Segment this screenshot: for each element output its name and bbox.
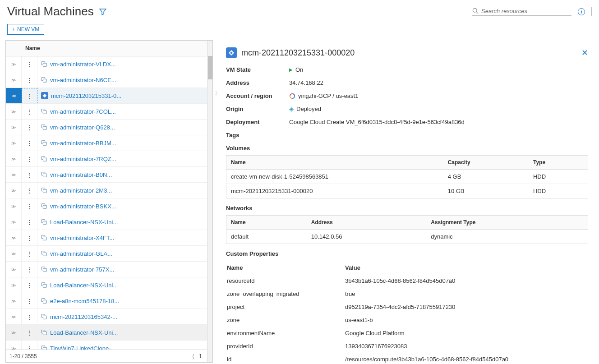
expand-toggle[interactable]: ≫: [6, 198, 22, 214]
row-menu-button[interactable]: [22, 88, 37, 103]
scrollbar-track[interactable]: [207, 41, 212, 362]
expand-toggle[interactable]: ≫: [6, 341, 22, 350]
row-name-link[interactable]: vm-administrator-GLA...: [37, 250, 212, 257]
new-vm-button[interactable]: + NEW VM: [7, 24, 44, 35]
row-menu-button[interactable]: [22, 104, 37, 119]
table-row[interactable]: ≫vm-administrator-BBJM...: [6, 135, 212, 151]
expand-toggle[interactable]: ≫: [6, 293, 22, 309]
expand-toggle[interactable]: ≫: [6, 183, 22, 198]
row-name-link[interactable]: e2e-a8n-mcm545178-18...: [37, 298, 212, 304]
row-menu-button[interactable]: [22, 309, 37, 324]
table-row[interactable]: ≫vm-administrator-2M3...: [6, 183, 212, 198]
table-row[interactable]: ≫vm-administrator-B0N...: [6, 167, 212, 183]
expand-toggle[interactable]: ≪: [6, 88, 22, 103]
scrollbar-thumb[interactable]: [208, 56, 212, 79]
info-icon[interactable]: i: [578, 8, 585, 15]
table-row[interactable]: ≫vm-administrator-7RQZ...: [6, 151, 212, 167]
expand-toggle[interactable]: ≫: [6, 262, 22, 277]
expand-toggle[interactable]: ≫: [6, 56, 22, 72]
column-header-name[interactable]: Name: [22, 45, 40, 51]
expand-toggle[interactable]: ≫: [6, 135, 22, 151]
row-name-link[interactable]: mcm-20211203215331-0...: [37, 92, 212, 99]
table-row[interactable]: ≫vm-administrator-BSKX...: [6, 198, 212, 214]
row-name-link[interactable]: vm-administrator-7RQZ...: [37, 156, 212, 162]
table-row[interactable]: ≫vm-administrator-7COL...: [6, 104, 212, 120]
expand-toggle[interactable]: ≫: [6, 230, 22, 245]
collapse-handle-icon[interactable]: ◁: [215, 90, 217, 96]
table-row[interactable]: ≫vm-administrator-VLDX...: [6, 56, 212, 72]
row-menu-button[interactable]: [22, 198, 37, 214]
row-name-link[interactable]: Load-Balancer-NSX-Uni...: [37, 282, 212, 289]
prop-value: us-east1-b: [345, 314, 587, 326]
net-col-assignment[interactable]: Assignment Type: [426, 216, 588, 230]
expand-toggle[interactable]: ≫: [6, 325, 22, 340]
expand-toggle[interactable]: ≫: [6, 214, 22, 230]
row-menu-button[interactable]: [22, 56, 37, 72]
expand-toggle[interactable]: ≫: [6, 167, 22, 182]
net-col-address[interactable]: Address: [307, 216, 427, 230]
vol-col-capacity[interactable]: Capacity: [443, 156, 529, 170]
expand-toggle[interactable]: ≫: [6, 246, 22, 261]
row-name-link[interactable]: mcm-20211203165342-...: [37, 313, 212, 320]
expand-toggle[interactable]: ≫: [6, 120, 22, 135]
row-name-link[interactable]: vm-administrator-2M3...: [37, 187, 212, 194]
row-menu-button[interactable]: [22, 183, 37, 198]
expand-toggle[interactable]: ≫: [6, 151, 22, 166]
vol-col-type[interactable]: Type: [529, 156, 588, 170]
row-name-link[interactable]: TinyWin7-LinkedClone-...: [37, 345, 212, 350]
row-name-link[interactable]: vm-administrator-757X...: [37, 266, 212, 273]
row-menu-button[interactable]: [22, 135, 37, 151]
expand-toggle[interactable]: ≫: [6, 309, 22, 324]
table-row[interactable]: ≫Load-Balancer-NSX-Uni...: [6, 325, 212, 341]
row-menu-button[interactable]: [22, 151, 37, 166]
row-menu-button[interactable]: [22, 341, 37, 350]
row-menu-button[interactable]: [22, 167, 37, 182]
table-row[interactable]: ≫vm-administrator-X4FT...: [6, 230, 212, 246]
search-input-wrap[interactable]: [472, 8, 571, 16]
custom-props-table: Name Value resourceId3b43b1a6-105c-4d68-…: [226, 261, 588, 363]
table-row[interactable]: ≪mcm-20211203215331-0...: [6, 88, 212, 104]
value-origin: Deployed: [296, 106, 321, 112]
pager-prev[interactable]: ⟨: [192, 353, 194, 359]
table-row[interactable]: ≫mcm-20211203165342-...: [6, 309, 212, 325]
vol-col-name[interactable]: Name: [226, 156, 443, 170]
table-row[interactable]: ≫TinyWin7-LinkedClone-...: [6, 341, 212, 350]
row-menu-button[interactable]: [22, 120, 37, 135]
row-menu-button[interactable]: [22, 246, 37, 261]
table-row[interactable]: ≫Load-Balancer-NSX-Uni...: [6, 277, 212, 293]
row-name-link[interactable]: Load-Balancer-NSX-Uni...: [37, 219, 212, 226]
row-name-link[interactable]: vm-administrator-BSKX...: [37, 203, 212, 210]
row-menu-button[interactable]: [22, 214, 37, 230]
row-name-link[interactable]: vm-administrator-VLDX...: [37, 61, 212, 68]
row-menu-button[interactable]: [22, 262, 37, 277]
row-menu-button[interactable]: [22, 277, 37, 293]
svg-rect-22: [43, 221, 46, 224]
close-icon[interactable]: ✕: [581, 48, 588, 58]
row-name-link[interactable]: Load-Balancer-NSX-Uni...: [37, 329, 212, 336]
search-input[interactable]: [481, 8, 571, 14]
origin-icon: ◈: [289, 106, 294, 112]
row-menu-button[interactable]: [22, 325, 37, 340]
table-row[interactable]: ≫e2e-a8n-mcm545178-18...: [6, 293, 212, 309]
row-name-link[interactable]: vm-administrator-BBJM...: [37, 140, 212, 147]
row-menu-button[interactable]: [22, 293, 37, 309]
table-row[interactable]: ≫Load-Balancer-NSX-Uni...: [6, 214, 212, 230]
row-name-link[interactable]: vm-administrator-X4FT...: [37, 235, 212, 241]
table-row[interactable]: ≫vm-administrator-N6CE...: [6, 72, 212, 88]
table-row[interactable]: ≫vm-administrator-Q628...: [6, 120, 212, 135]
expand-toggle[interactable]: ≫: [6, 72, 22, 88]
row-name-link[interactable]: vm-administrator-7COL...: [37, 108, 212, 115]
row-menu-button[interactable]: [22, 230, 37, 245]
row-name-text: Load-Balancer-NSX-Uni...: [50, 219, 118, 226]
row-menu-button[interactable]: [22, 72, 37, 88]
row-name-link[interactable]: vm-administrator-B0N...: [37, 171, 212, 178]
row-name-link[interactable]: vm-administrator-Q628...: [37, 124, 212, 131]
row-name-link[interactable]: vm-administrator-N6CE...: [37, 77, 212, 83]
expand-toggle[interactable]: ≫: [6, 277, 22, 293]
expand-toggle[interactable]: ≫: [6, 104, 22, 119]
table-row[interactable]: ≫vm-administrator-GLA...: [6, 246, 212, 262]
filter-icon[interactable]: [99, 8, 106, 15]
table-row[interactable]: ≫vm-administrator-757X...: [6, 262, 212, 277]
page-title: Virtual Machines: [7, 5, 94, 18]
net-col-name[interactable]: Name: [226, 216, 307, 230]
